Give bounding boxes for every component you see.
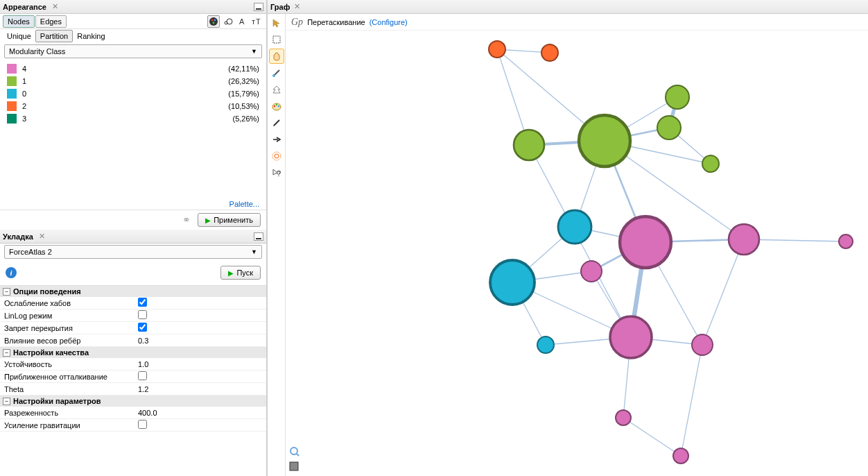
apply-button[interactable]: ▶Применить bbox=[198, 213, 261, 227]
appearance-element-tabs: Nodes Edges A тT bbox=[0, 14, 266, 29]
section-header[interactable]: −Настройки качества bbox=[0, 347, 266, 358]
property-checkbox[interactable] bbox=[138, 371, 147, 380]
run-button[interactable]: ▶Пуск bbox=[220, 266, 261, 280]
svg-point-18 bbox=[272, 152, 281, 160]
partition-class-row[interactable]: 4(42,11%) bbox=[7, 62, 259, 75]
class-value: 1 bbox=[22, 77, 43, 85]
property-input[interactable] bbox=[138, 409, 266, 417]
svg-line-16 bbox=[274, 120, 279, 126]
section-header[interactable]: −Опции поведения bbox=[0, 286, 266, 297]
collapse-icon: − bbox=[3, 288, 10, 296]
layout-title: Укладка bbox=[3, 232, 36, 241]
chain-icon[interactable]: ⚭ bbox=[182, 214, 191, 226]
gephi-logo-icon: Gp bbox=[291, 17, 303, 28]
partition-class-row[interactable]: 2(10,53%) bbox=[7, 100, 259, 112]
sizer-tool-icon[interactable] bbox=[269, 82, 284, 97]
subtab-partition[interactable]: Partition bbox=[35, 30, 73, 42]
configure-link[interactable]: (Configure) bbox=[370, 18, 408, 26]
property-row: Усиление гравитации bbox=[0, 419, 266, 432]
svg-point-11 bbox=[272, 74, 275, 77]
svg-point-13 bbox=[273, 105, 275, 107]
svg-point-64 bbox=[729, 224, 759, 255]
graph-tab-title: Граф bbox=[270, 3, 290, 11]
class-percent: (15,79%) bbox=[228, 90, 259, 98]
chevron-down-icon: ▼ bbox=[251, 248, 257, 255]
graph-canvas[interactable] bbox=[286, 31, 868, 476]
property-input[interactable] bbox=[138, 337, 266, 345]
brush-tool-icon[interactable] bbox=[269, 65, 284, 80]
drag-tool-icon[interactable] bbox=[269, 49, 284, 64]
chevron-down-icon: ▼ bbox=[251, 48, 257, 55]
svg-point-56 bbox=[657, 116, 681, 139]
svg-point-66 bbox=[692, 334, 713, 355]
partition-class-row[interactable]: 1(26,32%) bbox=[7, 75, 259, 87]
color-swatch bbox=[7, 89, 17, 99]
svg-point-57 bbox=[702, 155, 719, 172]
property-checkbox[interactable] bbox=[138, 310, 147, 319]
edit-tool-icon[interactable]: ? bbox=[269, 165, 284, 180]
subtab-unique[interactable]: Unique bbox=[3, 31, 35, 42]
graph-toolbar: ? bbox=[268, 14, 286, 476]
attribute-select[interactable]: Modularity Class ▼ bbox=[4, 44, 262, 58]
close-appearance-icon[interactable]: ✕ bbox=[49, 2, 61, 11]
label-color-icon[interactable]: A bbox=[236, 15, 249, 28]
property-checkbox[interactable] bbox=[138, 298, 147, 307]
svg-rect-71 bbox=[290, 462, 298, 470]
attribute-select-value: Modularity Class bbox=[9, 47, 65, 56]
minimize-layout-icon[interactable] bbox=[254, 232, 263, 241]
reset-colors-icon[interactable] bbox=[288, 461, 300, 472]
section-header[interactable]: −Настройки параметров bbox=[0, 396, 266, 407]
partition-class-row[interactable]: 3(5,26%) bbox=[7, 112, 259, 125]
pencil-tool-icon[interactable] bbox=[269, 115, 284, 130]
pointer-tool-icon[interactable] bbox=[269, 15, 284, 31]
collapse-icon: − bbox=[3, 349, 10, 357]
property-input[interactable] bbox=[138, 360, 266, 368]
property-row: Приближенное отталкивание bbox=[0, 371, 266, 383]
class-value: 0 bbox=[22, 90, 43, 98]
heatmap-icon[interactable] bbox=[269, 148, 284, 164]
property-label: Усиление гравитации bbox=[0, 421, 135, 430]
svg-point-19 bbox=[275, 154, 279, 158]
color-swatch bbox=[7, 64, 17, 74]
tab-edges[interactable]: Edges bbox=[35, 15, 67, 28]
svg-point-1 bbox=[211, 19, 214, 21]
svg-point-62 bbox=[581, 261, 602, 282]
svg-text:т: т bbox=[252, 17, 255, 26]
appearance-panel-header: Appearance ✕ bbox=[0, 0, 266, 14]
center-graph-icon[interactable] bbox=[288, 445, 300, 457]
svg-point-3 bbox=[213, 22, 215, 24]
size-icon[interactable] bbox=[222, 15, 234, 28]
class-value: 2 bbox=[22, 102, 43, 110]
property-checkbox[interactable] bbox=[138, 323, 147, 332]
property-row: Разреженность bbox=[0, 407, 266, 419]
subtab-ranking[interactable]: Ranking bbox=[73, 31, 109, 42]
svg-point-53 bbox=[666, 85, 689, 109]
label-size-icon[interactable]: тT bbox=[251, 15, 263, 28]
property-input[interactable] bbox=[138, 385, 266, 393]
minimize-appearance-icon[interactable] bbox=[254, 3, 263, 11]
color-swatch bbox=[7, 114, 17, 124]
info-icon[interactable]: i bbox=[6, 267, 17, 278]
close-layout-icon[interactable]: ✕ bbox=[36, 232, 48, 241]
svg-point-59 bbox=[490, 260, 535, 305]
class-percent: (10,53%) bbox=[228, 102, 259, 110]
rectangle-select-icon[interactable] bbox=[269, 32, 284, 47]
shortest-path-icon[interactable] bbox=[269, 132, 284, 147]
property-label: Запрет перекрытия bbox=[0, 324, 135, 332]
property-row: Ослабление хабов bbox=[0, 297, 266, 309]
svg-point-52 bbox=[541, 44, 558, 61]
partition-class-row[interactable]: 0(15,79%) bbox=[7, 87, 259, 100]
svg-text:T: T bbox=[256, 17, 261, 26]
property-checkbox[interactable] bbox=[138, 420, 147, 429]
layout-algorithm-select[interactable]: ForceAtlas 2 ▼ bbox=[4, 245, 262, 259]
partition-class-list: 4(42,11%)1(26,32%)0(15,79%)2(10,53%)3(5,… bbox=[0, 60, 266, 198]
svg-text:?: ? bbox=[277, 169, 281, 178]
palette-link[interactable]: Palette... bbox=[229, 200, 259, 208]
property-label: Theta bbox=[0, 385, 135, 393]
close-graph-tab-icon[interactable]: ✕ bbox=[290, 2, 304, 11]
painter-palette-icon[interactable] bbox=[269, 99, 284, 114]
graph-tab-bar: Граф ✕ bbox=[268, 0, 868, 14]
svg-point-60 bbox=[537, 337, 554, 353]
tab-nodes[interactable]: Nodes bbox=[3, 15, 35, 28]
palette-color-icon[interactable] bbox=[207, 15, 220, 28]
